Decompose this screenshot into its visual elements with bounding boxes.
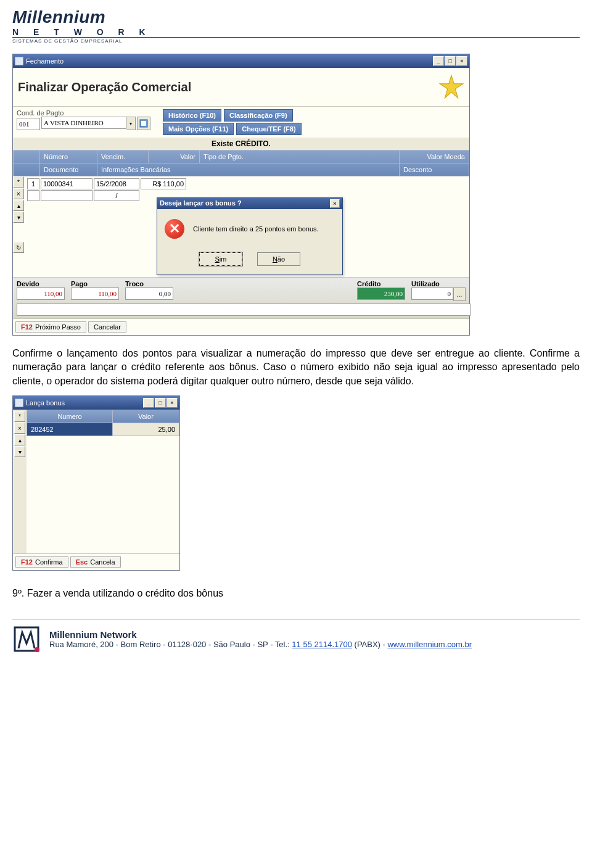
row-vencim[interactable] xyxy=(94,178,139,189)
credito-label: Crédito xyxy=(357,280,405,287)
row-add-button[interactable]: * xyxy=(13,176,24,188)
footer-tel: 11 55 2114.1700 xyxy=(292,640,352,649)
body-paragraph-2: 9º. Fazer a venda utilizando o crédito d… xyxy=(12,587,580,600)
dialog-close-button[interactable]: × xyxy=(330,199,340,208)
svg-marker-0 xyxy=(440,75,463,98)
close-button[interactable]: × xyxy=(166,398,178,408)
footer-company: Millennium Network xyxy=(49,629,472,640)
page-heading: Finalizar Operação Comercial xyxy=(18,80,191,94)
chevron-down-icon[interactable]: ▾ xyxy=(126,117,136,130)
row-add-button[interactable]: * xyxy=(14,411,25,422)
footer-logo-icon xyxy=(12,625,41,653)
pago-value[interactable] xyxy=(71,287,119,300)
svg-rect-2 xyxy=(141,121,146,126)
troco-value[interactable] xyxy=(125,287,173,300)
payments-header: Número Vencim. Valor Tipo de Pgto. Valor… xyxy=(13,150,469,176)
row-delete-button[interactable]: × xyxy=(13,188,24,199)
bonus-dialog: Deseja lançar os bonus ? × ✕ Cliente tem… xyxy=(157,197,343,275)
dialog-title: Deseja lançar os bonus ? xyxy=(160,199,242,208)
credito-value[interactable] xyxy=(357,287,405,300)
credito-banner: Existe CRÉDITO. xyxy=(13,138,469,150)
troco-label: Troco xyxy=(125,280,173,287)
logo-sub2: SISTEMAS DE GESTÃO EMPRESARIAL xyxy=(12,37,580,44)
cond-pagto-label: Cond. de Pagto xyxy=(17,109,150,117)
minimize-button[interactable]: _ xyxy=(143,398,154,408)
col-valor-moeda: Valor Moeda xyxy=(400,151,469,163)
footer-site: www.millennium.com.br xyxy=(387,640,472,649)
historico-button[interactable]: Histórico (F10) xyxy=(163,109,221,122)
col-numero: Numero xyxy=(27,410,113,423)
error-icon: ✕ xyxy=(165,219,184,239)
col-numero: Número xyxy=(40,151,97,163)
row-documento[interactable] xyxy=(41,190,92,201)
row-down-button[interactable]: ▾ xyxy=(14,446,25,457)
page-footer: Millennium Network Rua Mamoré, 200 - Bom… xyxy=(12,619,580,653)
confirma-button[interactable]: F12 Confirma xyxy=(15,556,68,568)
col-valor: Valor xyxy=(112,410,179,423)
row-down-button[interactable]: ▾ xyxy=(13,212,24,223)
logo-sub1: N E T W O R K xyxy=(12,27,580,37)
bonus-valor-cell[interactable]: 25,00 xyxy=(112,423,179,436)
titlebar: Fechamento _ □ × xyxy=(13,54,469,68)
cancelar-button[interactable]: Cancelar xyxy=(88,321,126,333)
window-icon xyxy=(15,57,23,65)
row-delete-button[interactable]: × xyxy=(14,423,25,434)
close-button[interactable]: × xyxy=(456,56,467,66)
dialog-nao-button[interactable]: Não xyxy=(257,252,300,266)
col-valor: Valor xyxy=(149,151,200,163)
bonus-numero-cell[interactable]: 282452 xyxy=(27,423,113,436)
dialog-sim-button[interactable]: Sim xyxy=(199,252,242,266)
page-heading-bar: Finalizar Operação Comercial xyxy=(13,68,469,107)
cond-pagto-code[interactable] xyxy=(17,118,40,130)
row-valor[interactable] xyxy=(141,178,186,189)
maximize-button[interactable]: □ xyxy=(445,56,456,66)
footer-address: Rua Mamoré, 200 - Bom Retiro - 01128-020… xyxy=(49,640,472,649)
svg-point-4 xyxy=(35,647,39,652)
cancela-button[interactable]: Esc Cancela xyxy=(70,556,121,568)
window-title: Lança bonus xyxy=(26,399,65,407)
utilizado-more-button[interactable]: ... xyxy=(453,287,466,301)
window-icon xyxy=(15,399,23,407)
col-tipo: Tipo de Pgto. xyxy=(200,151,400,163)
devido-value[interactable] xyxy=(17,287,65,300)
devido-label: Devido xyxy=(17,280,65,287)
row-slash[interactable] xyxy=(94,190,139,201)
row-seq[interactable] xyxy=(27,178,39,189)
body-paragraph-1: Confirme o lançamento dos pontos para vi… xyxy=(12,347,580,388)
cond-pagto-desc[interactable] xyxy=(41,117,126,129)
row-up-button[interactable]: ▴ xyxy=(14,434,25,445)
col-documento: Documento xyxy=(40,163,97,176)
dialog-message: Cliente tem direito a 25 pontos em bonus… xyxy=(193,225,319,233)
row-refresh-button[interactable]: ↻ xyxy=(13,242,24,253)
col-info-banc: Informações Bancárias xyxy=(97,163,400,176)
row-seq-2[interactable] xyxy=(27,190,39,201)
minimize-button[interactable]: _ xyxy=(433,56,444,66)
star-icon xyxy=(438,74,464,100)
row-numero[interactable] xyxy=(41,178,92,189)
col-desconto: Desconto xyxy=(400,163,469,176)
company-logo: Millennium N E T W O R K SISTEMAS DE GES… xyxy=(12,7,580,44)
cheque-tef-button[interactable]: Cheque/TEF (F8) xyxy=(236,123,301,135)
cond-pagto-lookup-button[interactable] xyxy=(137,117,150,130)
utilizado-value[interactable] xyxy=(411,287,453,300)
window-title: Fechamento xyxy=(26,57,64,65)
proximo-passo-button[interactable]: F12 Próximo Passo xyxy=(15,321,86,333)
logo-main: Millennium xyxy=(12,7,580,27)
row-up-button[interactable]: ▴ xyxy=(13,200,24,211)
mais-opcoes-button[interactable]: Mais Opções (F11) xyxy=(163,123,234,135)
utilizado-label: Utilizado xyxy=(411,280,466,287)
observacao-field[interactable] xyxy=(17,304,471,316)
maximize-button[interactable]: □ xyxy=(155,398,166,408)
col-vencim: Vencim. xyxy=(97,151,149,163)
classificacao-button[interactable]: Classificação (F9) xyxy=(224,109,293,122)
fechamento-window: Fechamento _ □ × Finalizar Operação Come… xyxy=(12,54,470,336)
pago-label: Pago xyxy=(71,280,119,287)
lanca-bonus-window: Lança bonus _ □ × * × ▴ ▾ Numero Valor xyxy=(12,395,180,571)
